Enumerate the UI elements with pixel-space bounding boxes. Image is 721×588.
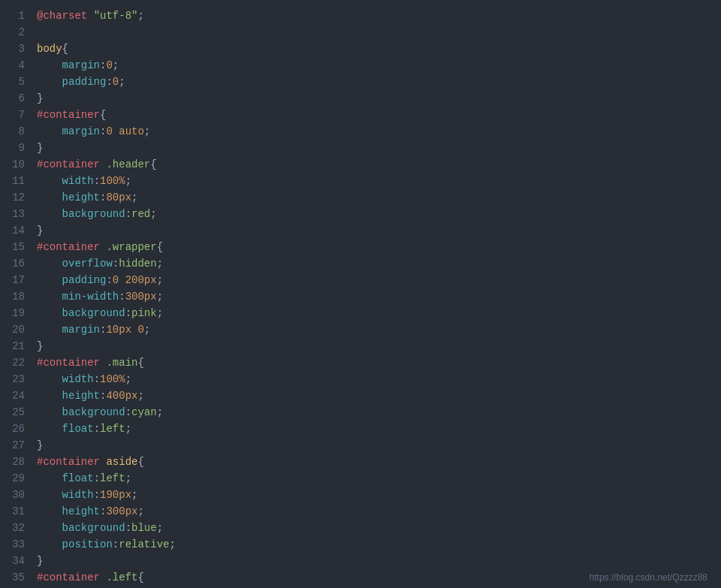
token-value: 300px <box>106 505 137 517</box>
token-value: 100% <box>100 175 125 187</box>
token-punctuation <box>37 76 62 88</box>
token-property: overflow <box>62 258 113 270</box>
code-line: #container aside{ <box>34 454 721 470</box>
token-brace: } <box>37 92 43 104</box>
token-punctuation <box>37 522 62 534</box>
code-line: background:pink; <box>34 305 721 321</box>
token-punctuation: ; <box>125 423 131 435</box>
token-punctuation: ; <box>169 538 175 550</box>
code-line: padding:0 200px; <box>34 272 721 288</box>
code-line: padding:0; <box>34 74 721 90</box>
token-punctuation <box>37 125 62 137</box>
token-value-str: hidden <box>119 258 156 270</box>
token-punctuation <box>37 505 62 517</box>
line-number: 35 <box>0 569 34 586</box>
line-number: 27 <box>0 437 34 454</box>
line-number: 14 <box>0 222 34 239</box>
token-class-selector: .main <box>106 357 137 369</box>
token-selector: aside <box>106 456 137 468</box>
token-class-selector: .header <box>106 158 150 170</box>
token-property: background <box>62 307 125 319</box>
token-value-str: left <box>100 472 125 484</box>
code-line: min-width:300px; <box>34 288 721 305</box>
code-area[interactable]: @charset "utf-8"; body{ margin:0; paddin… <box>34 0 721 588</box>
line-number: 6 <box>0 90 34 107</box>
line-number: 22 <box>0 354 34 371</box>
line-number: 23 <box>0 371 34 387</box>
code-line: height:300px; <box>34 503 721 520</box>
token-punctuation: : <box>94 489 100 501</box>
line-number: 9 <box>0 140 34 156</box>
token-punctuation: ; <box>125 175 131 187</box>
code-line: #container .header{ <box>34 156 721 173</box>
token-punctuation: ; <box>137 505 143 517</box>
token-punctuation <box>37 291 62 303</box>
token-property: float <box>62 472 94 484</box>
token-property: height <box>62 505 100 517</box>
line-number: 32 <box>0 520 34 536</box>
code-line: position:relative; <box>34 536 721 553</box>
code-line: } <box>34 222 721 239</box>
code-line: float:left; <box>34 421 721 437</box>
token-punctuation: ; <box>157 522 163 534</box>
token-punctuation: : <box>106 274 112 286</box>
token-value-str: relative <box>119 538 169 550</box>
token-value: 100% <box>100 373 125 385</box>
token-punctuation <box>37 191 62 204</box>
token-id-selector: #container <box>37 158 100 170</box>
line-number: 11 <box>0 173 34 189</box>
token-selector: body <box>37 43 62 55</box>
token-punctuation: : <box>125 406 131 418</box>
token-punctuation: ; <box>131 489 137 501</box>
token-brace: } <box>37 555 43 567</box>
token-value-str: cyan <box>131 406 157 418</box>
token-punctuation <box>37 258 62 270</box>
code-line: } <box>34 338 721 354</box>
token-property: background <box>62 208 125 220</box>
token-value: 0 auto <box>106 125 143 137</box>
code-line: background:blue; <box>34 520 721 536</box>
line-number: 3 <box>0 41 34 57</box>
token-value-str: left <box>100 423 125 435</box>
line-number: 24 <box>0 387 34 404</box>
code-line: overflow:hidden; <box>34 255 721 272</box>
token-property: float <box>62 423 94 435</box>
line-number: 18 <box>0 288 34 305</box>
token-property: height <box>62 390 100 402</box>
token-property: margin <box>62 324 100 336</box>
token-punctuation: ; <box>119 76 125 88</box>
line-number: 7 <box>0 107 34 123</box>
token-punctuation: : <box>94 472 100 484</box>
line-number: 4 <box>0 57 34 74</box>
token-property: width <box>62 175 94 187</box>
token-property: margin <box>62 125 100 137</box>
code-line: } <box>34 90 721 107</box>
line-number: 16 <box>0 255 34 272</box>
token-value: 400px <box>106 390 137 402</box>
code-line: margin:0 auto; <box>34 123 721 140</box>
token-class-selector: .wrapper <box>106 241 156 253</box>
code-line: } <box>34 437 721 454</box>
token-punctuation: : <box>125 208 131 220</box>
token-punctuation: : <box>106 76 112 88</box>
line-number: 5 <box>0 74 34 90</box>
line-number: 20 <box>0 321 34 338</box>
token-brace: { <box>137 357 143 369</box>
token-punctuation <box>37 406 62 418</box>
token-punctuation: : <box>94 373 100 385</box>
line-number: 19 <box>0 305 34 321</box>
token-brace: } <box>37 340 43 352</box>
line-number: 26 <box>0 421 34 437</box>
token-brace: } <box>37 225 43 237</box>
token-string: "utf-8" <box>94 10 138 22</box>
code-line: height:400px; <box>34 387 721 404</box>
token-id-selector: #container <box>37 357 100 369</box>
token-punctuation <box>37 472 62 484</box>
token-punctuation: ; <box>157 291 163 303</box>
editor-container: 1234567891011121314151617181920212223242… <box>0 0 721 588</box>
token-id-selector: #container <box>37 241 100 253</box>
token-punctuation: ; <box>144 324 150 336</box>
line-number: 1 <box>0 8 34 24</box>
code-line: body{ <box>34 41 721 57</box>
code-line: } <box>34 140 721 156</box>
